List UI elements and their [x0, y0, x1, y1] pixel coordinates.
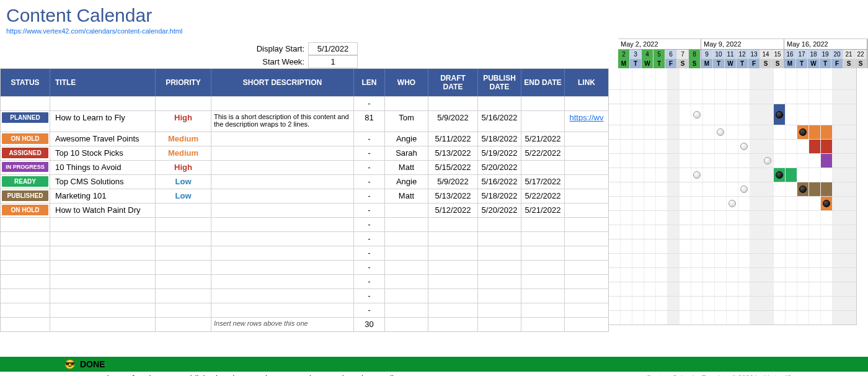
cell-publish-date[interactable]: [478, 232, 521, 246]
cell-publish-date[interactable]: [478, 275, 521, 289]
cell-publish-date[interactable]: [478, 261, 521, 274]
cell-who[interactable]: [385, 275, 428, 289]
cell-end-date[interactable]: [521, 275, 565, 289]
cell-draft-date[interactable]: [428, 275, 478, 289]
cell-link[interactable]: https://wv: [565, 111, 608, 132]
table-row[interactable]: -: [1, 96, 608, 110]
cell-description[interactable]: This is a short description of this cont…: [211, 111, 354, 132]
cell-description[interactable]: [211, 146, 354, 160]
cell-priority[interactable]: [156, 232, 211, 246]
cell-priority[interactable]: [156, 303, 211, 317]
cell-end-date[interactable]: 5/21/2022: [521, 204, 565, 217]
cell-who[interactable]: [385, 318, 428, 331]
cell-end-date[interactable]: 5/21/2022: [521, 132, 565, 146]
cell-priority[interactable]: High: [156, 111, 211, 132]
cell-title[interactable]: [50, 318, 156, 331]
cell-link[interactable]: [565, 132, 608, 146]
cell-description[interactable]: [211, 161, 354, 174]
table-row[interactable]: -: [1, 260, 608, 274]
cell-end-date[interactable]: [521, 289, 565, 303]
cell-link[interactable]: [565, 175, 608, 189]
cell-end-date[interactable]: [521, 218, 565, 231]
cell-publish-date[interactable]: 5/18/2022: [478, 189, 521, 203]
cell-description[interactable]: [211, 289, 354, 303]
cell-end-date[interactable]: [521, 261, 565, 274]
cell-draft-date[interactable]: 5/13/2022: [428, 146, 478, 160]
cell-draft-date[interactable]: 5/11/2022: [428, 132, 478, 146]
cell-end-date[interactable]: [521, 246, 565, 260]
cell-link[interactable]: [565, 246, 608, 260]
cell-who[interactable]: Tom: [385, 111, 428, 132]
cell-title[interactable]: [50, 246, 156, 260]
cell-title[interactable]: How to Watch Paint Dry: [50, 204, 156, 217]
start-week-input[interactable]: 1: [308, 55, 358, 68]
cell-len[interactable]: -: [354, 161, 385, 174]
cell-who[interactable]: [385, 97, 428, 110]
cell-publish-date[interactable]: 5/16/2022: [478, 111, 521, 132]
cell-description[interactable]: [211, 303, 354, 317]
cell-len[interactable]: 30: [354, 318, 385, 331]
cell-len[interactable]: -: [354, 261, 385, 274]
cell-title[interactable]: [50, 275, 156, 289]
cell-draft-date[interactable]: 5/13/2022: [428, 189, 478, 203]
cell-end-date[interactable]: [521, 232, 565, 246]
cell-who[interactable]: Matt: [385, 189, 428, 203]
cell-draft-date[interactable]: 5/12/2022: [428, 204, 478, 217]
cell-title[interactable]: [50, 97, 156, 110]
cell-end-date[interactable]: [521, 318, 565, 331]
cell-publish-date[interactable]: [478, 318, 521, 331]
table-row[interactable]: -: [1, 289, 608, 303]
cell-link[interactable]: [565, 261, 608, 274]
cell-len[interactable]: -: [354, 204, 385, 217]
cell-priority[interactable]: [156, 204, 211, 217]
cell-who[interactable]: Angie: [385, 175, 428, 189]
cell-end-date[interactable]: 5/17/2022: [521, 175, 565, 189]
cell-len[interactable]: -: [354, 175, 385, 189]
cell-publish-date[interactable]: 5/20/2022: [478, 204, 521, 217]
cell-end-date[interactable]: [521, 303, 565, 317]
display-start-input[interactable]: 5/1/2022: [308, 42, 358, 55]
cell-link[interactable]: [565, 289, 608, 303]
cell-link[interactable]: [565, 146, 608, 160]
cell-draft-date[interactable]: [428, 261, 478, 274]
cell-who[interactable]: [385, 218, 428, 231]
cell-title[interactable]: [50, 232, 156, 246]
cell-priority[interactable]: [156, 261, 211, 274]
cell-len[interactable]: -: [354, 189, 385, 203]
table-row[interactable]: PUBLISHEDMarketing 101Low-Matt5/13/20225…: [1, 189, 608, 203]
cell-len[interactable]: -: [354, 132, 385, 146]
cell-priority[interactable]: [156, 97, 211, 110]
cell-draft-date[interactable]: [428, 232, 478, 246]
cell-description[interactable]: [211, 132, 354, 146]
cell-description[interactable]: [211, 204, 354, 217]
cell-link[interactable]: [565, 275, 608, 289]
cell-len[interactable]: -: [354, 246, 385, 260]
source-url[interactable]: https://www.vertex42.com/calendars/conte…: [0, 27, 868, 38]
cell-description[interactable]: [211, 261, 354, 274]
cell-description[interactable]: [211, 246, 354, 260]
cell-len[interactable]: 81: [354, 111, 385, 132]
cell-draft-date[interactable]: 5/9/2022: [428, 175, 478, 189]
cell-publish-date[interactable]: [478, 289, 521, 303]
table-row[interactable]: -: [1, 246, 608, 260]
cell-publish-date[interactable]: 5/20/2022: [478, 161, 521, 174]
cell-priority[interactable]: [156, 218, 211, 231]
cell-draft-date[interactable]: [428, 289, 478, 303]
cell-draft-date[interactable]: 5/15/2022: [428, 161, 478, 174]
table-row[interactable]: ON HOLDHow to Watch Paint Dry-5/12/20225…: [1, 203, 608, 217]
cell-who[interactable]: Angie: [385, 132, 428, 146]
cell-publish-date[interactable]: [478, 218, 521, 231]
cell-title[interactable]: Top 10 Stock Picks: [50, 146, 156, 160]
table-row[interactable]: READYTop CMS SolutionsLow-Angie5/9/20225…: [1, 174, 608, 189]
cell-len[interactable]: -: [354, 232, 385, 246]
cell-draft-date[interactable]: [428, 318, 478, 331]
cell-len[interactable]: -: [354, 97, 385, 110]
table-row[interactable]: ASSIGNEDTop 10 Stock PicksMedium-Sarah5/…: [1, 146, 608, 160]
cell-title[interactable]: How to Learn to Fly: [50, 111, 156, 132]
cell-title[interactable]: [50, 303, 156, 317]
cell-priority[interactable]: High: [156, 161, 211, 174]
cell-who[interactable]: [385, 204, 428, 217]
table-row[interactable]: ON HOLDAwesome Travel PointsMedium-Angie…: [1, 132, 608, 146]
cell-who[interactable]: [385, 289, 428, 303]
cell-publish-date[interactable]: [478, 303, 521, 317]
